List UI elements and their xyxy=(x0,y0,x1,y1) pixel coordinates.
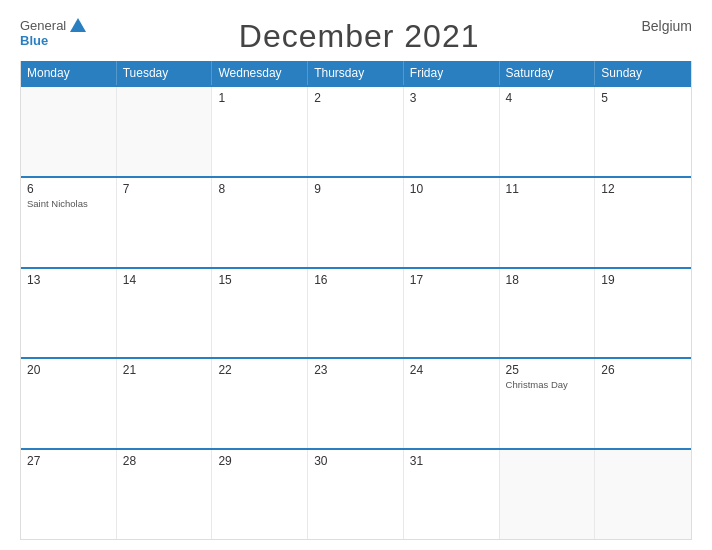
day-number: 9 xyxy=(314,182,397,196)
day-cell: 2 xyxy=(308,87,404,176)
header-tuesday: Tuesday xyxy=(117,61,213,85)
day-number: 31 xyxy=(410,454,493,468)
day-cell: 31 xyxy=(404,450,500,539)
day-cell: 24 xyxy=(404,359,500,448)
day-number: 22 xyxy=(218,363,301,377)
day-cell: 14 xyxy=(117,269,213,358)
day-cell: 7 xyxy=(117,178,213,267)
day-cell xyxy=(117,87,213,176)
calendar-grid: Monday Tuesday Wednesday Thursday Friday… xyxy=(20,61,692,540)
day-number: 2 xyxy=(314,91,397,105)
day-cell xyxy=(21,87,117,176)
day-number: 19 xyxy=(601,273,685,287)
day-number: 30 xyxy=(314,454,397,468)
day-number: 6 xyxy=(27,182,110,196)
day-cell: 6Saint Nicholas xyxy=(21,178,117,267)
day-cell xyxy=(500,450,596,539)
day-number: 29 xyxy=(218,454,301,468)
header-thursday: Thursday xyxy=(308,61,404,85)
day-cell: 13 xyxy=(21,269,117,358)
day-number: 4 xyxy=(506,91,589,105)
day-cell: 3 xyxy=(404,87,500,176)
day-number: 26 xyxy=(601,363,685,377)
logo: General Blue xyxy=(20,18,86,48)
header-saturday: Saturday xyxy=(500,61,596,85)
day-cell: 4 xyxy=(500,87,596,176)
day-cell: 30 xyxy=(308,450,404,539)
week-row-2: 6Saint Nicholas789101112 xyxy=(21,176,691,267)
day-cell: 5 xyxy=(595,87,691,176)
day-cell: 18 xyxy=(500,269,596,358)
day-cell: 8 xyxy=(212,178,308,267)
day-cell: 25Christmas Day xyxy=(500,359,596,448)
logo-triangle-icon xyxy=(70,18,86,32)
day-cell xyxy=(595,450,691,539)
day-cell: 26 xyxy=(595,359,691,448)
day-cell: 21 xyxy=(117,359,213,448)
day-cell: 9 xyxy=(308,178,404,267)
day-number: 7 xyxy=(123,182,206,196)
day-cell: 1 xyxy=(212,87,308,176)
logo-general: General xyxy=(20,18,66,33)
day-number: 13 xyxy=(27,273,110,287)
country-label: Belgium xyxy=(632,18,692,34)
day-number: 12 xyxy=(601,182,685,196)
day-number: 14 xyxy=(123,273,206,287)
holiday-label: Saint Nicholas xyxy=(27,198,110,209)
day-number: 27 xyxy=(27,454,110,468)
day-number: 28 xyxy=(123,454,206,468)
day-cell: 11 xyxy=(500,178,596,267)
week-row-5: 2728293031 xyxy=(21,448,691,539)
day-number: 18 xyxy=(506,273,589,287)
logo-blue: Blue xyxy=(20,33,48,48)
week-row-3: 13141516171819 xyxy=(21,267,691,358)
header-monday: Monday xyxy=(21,61,117,85)
day-cell: 12 xyxy=(595,178,691,267)
day-number: 16 xyxy=(314,273,397,287)
week-row-4: 202122232425Christmas Day26 xyxy=(21,357,691,448)
weeks-container: 123456Saint Nicholas78910111213141516171… xyxy=(21,85,691,539)
day-number: 1 xyxy=(218,91,301,105)
header: General Blue December 2021 Belgium xyxy=(20,18,692,55)
day-number: 23 xyxy=(314,363,397,377)
day-number: 10 xyxy=(410,182,493,196)
day-cell: 20 xyxy=(21,359,117,448)
day-headers-row: Monday Tuesday Wednesday Thursday Friday… xyxy=(21,61,691,85)
day-cell: 19 xyxy=(595,269,691,358)
calendar-title: December 2021 xyxy=(86,18,632,55)
day-cell: 29 xyxy=(212,450,308,539)
day-cell: 28 xyxy=(117,450,213,539)
day-number: 20 xyxy=(27,363,110,377)
day-cell: 17 xyxy=(404,269,500,358)
holiday-label: Christmas Day xyxy=(506,379,589,390)
day-cell: 15 xyxy=(212,269,308,358)
day-cell: 22 xyxy=(212,359,308,448)
header-friday: Friday xyxy=(404,61,500,85)
day-cell: 23 xyxy=(308,359,404,448)
day-cell: 27 xyxy=(21,450,117,539)
day-number: 5 xyxy=(601,91,685,105)
day-number: 21 xyxy=(123,363,206,377)
day-number: 17 xyxy=(410,273,493,287)
day-number: 8 xyxy=(218,182,301,196)
header-wednesday: Wednesday xyxy=(212,61,308,85)
day-number: 15 xyxy=(218,273,301,287)
day-number: 11 xyxy=(506,182,589,196)
day-number: 24 xyxy=(410,363,493,377)
day-number: 3 xyxy=(410,91,493,105)
day-cell: 16 xyxy=(308,269,404,358)
week-row-1: 12345 xyxy=(21,85,691,176)
day-number: 25 xyxy=(506,363,589,377)
day-cell: 10 xyxy=(404,178,500,267)
calendar-page: General Blue December 2021 Belgium Monda… xyxy=(0,0,712,550)
header-sunday: Sunday xyxy=(595,61,691,85)
